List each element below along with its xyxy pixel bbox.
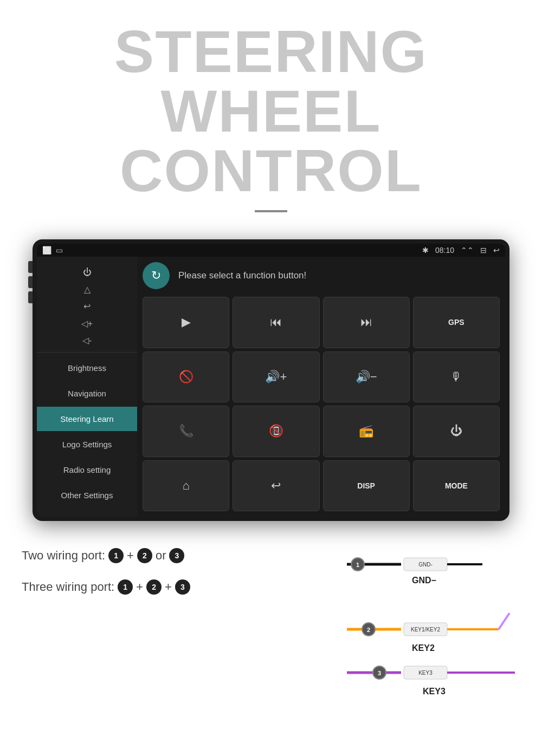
svg-line-13: [499, 613, 509, 629]
svg-text:KEY3: KEY3: [423, 687, 446, 696]
wiring-diagram-col: 1 GND- GND− 2 KEY1/KEY2 KEY2 3: [314, 548, 520, 711]
vol-down-icon[interactable]: ◁-: [42, 334, 132, 348]
next-button[interactable]: ⏭: [323, 297, 410, 348]
menu-item-steering-learn[interactable]: Steering Learn: [37, 407, 137, 431]
gps-button[interactable]: GPS: [413, 297, 500, 348]
side-buttons: [28, 261, 33, 303]
page-title: STEERING WHEEL CONTROL: [11, 22, 531, 200]
menu-item-other-settings[interactable]: Other Settings: [37, 483, 137, 507]
back-icon: ↩: [493, 246, 500, 255]
vol-up-icon[interactable]: ◁+: [42, 317, 132, 331]
badge-1b: 1: [118, 579, 133, 595]
three-port-label: Three wiring port:: [22, 580, 114, 594]
prev-button[interactable]: ⏮: [233, 297, 319, 348]
function-grid: ▶ ⏮ ⏭ GPS 🚫 🔊+ 🔊− 🎙 📞 📵 📻 ⏻ ⌂: [143, 297, 500, 511]
svg-text:1: 1: [356, 562, 359, 568]
call-button[interactable]: 📞: [143, 406, 229, 457]
status-bar-left: ⬜ ▭: [42, 246, 63, 255]
power-icon[interactable]: ⏻: [42, 265, 132, 279]
title-section: STEERING WHEEL CONTROL: [0, 0, 542, 239]
end-call-button[interactable]: 📵: [233, 406, 319, 457]
menu-item-radio-setting[interactable]: Radio setting: [37, 458, 137, 482]
home-small-icon[interactable]: △: [42, 283, 132, 297]
two-port-label: Two wiring port:: [22, 549, 105, 563]
back-button[interactable]: ↩: [233, 460, 319, 512]
title-divider: [255, 210, 287, 212]
top-bar-content: ↻ Please select a function button!: [143, 262, 500, 289]
svg-text:GND-: GND-: [418, 562, 433, 568]
sidebar: ⏻ △ ↩ ◁+ ◁- Brightness Navigation Steeri…: [37, 257, 137, 517]
play-button[interactable]: ▶: [143, 297, 229, 348]
badge-3a: 3: [169, 548, 184, 563]
side-button-1[interactable]: [28, 261, 33, 273]
badge-3b: 3: [175, 579, 190, 595]
disp-button[interactable]: DISP: [323, 460, 410, 512]
car-unit-device: ⬜ ▭ ✱ 08:10 ⌃⌃ ⊟ ↩ ⏻ △ ↩ ◁+ ◁-: [33, 239, 509, 521]
refresh-button[interactable]: ↻: [143, 262, 170, 289]
home-button[interactable]: ⌂: [143, 460, 229, 512]
sidebar-icon-group: ⏻ △ ↩ ◁+ ◁-: [37, 261, 137, 353]
wiring-diagram-svg: 1 GND- GND− 2 KEY1/KEY2 KEY2 3: [314, 548, 520, 711]
svg-text:KEY3: KEY3: [418, 670, 433, 676]
recent-icon: ▭: [56, 246, 63, 255]
wiring-line-two: Two wiring port: 1 + 2 or 3: [22, 548, 304, 563]
mic-button[interactable]: 🎙: [413, 351, 500, 403]
signal-icon: ⌃⌃: [461, 246, 474, 255]
menu-item-brightness[interactable]: Brightness: [37, 356, 137, 380]
badge-2b: 2: [146, 579, 162, 595]
side-button-2[interactable]: [28, 276, 33, 288]
side-button-3[interactable]: [28, 291, 33, 303]
status-bar: ⬜ ▭ ✱ 08:10 ⌃⌃ ⊟ ↩: [37, 244, 505, 257]
svg-text:KEY1/KEY2: KEY1/KEY2: [411, 627, 440, 633]
mute-button[interactable]: 🚫: [143, 351, 229, 403]
svg-text:KEY2: KEY2: [412, 643, 435, 653]
wiring-line-three: Three wiring port: 1 + 2 + 3: [22, 579, 304, 595]
badge-1a: 1: [108, 548, 124, 563]
status-bar-right: ✱ 08:10 ⌃⌃ ⊟ ↩: [422, 246, 500, 255]
device-screen: ⏻ △ ↩ ◁+ ◁- Brightness Navigation Steeri…: [37, 257, 505, 517]
menu-item-logo-settings[interactable]: Logo Settings: [37, 432, 137, 457]
svg-text:2: 2: [367, 627, 370, 633]
device-wrapper: ⬜ ▭ ✱ 08:10 ⌃⌃ ⊟ ↩ ⏻ △ ↩ ◁+ ◁-: [0, 239, 542, 521]
svg-text:GND−: GND−: [412, 576, 436, 585]
vol-up-button[interactable]: 🔊+: [233, 351, 319, 403]
svg-text:3: 3: [378, 670, 381, 676]
menu-item-navigation[interactable]: Navigation: [37, 381, 137, 406]
window-icon: ⊟: [480, 246, 487, 255]
home-icon: ⬜: [42, 246, 51, 255]
power-button[interactable]: ⏻: [413, 406, 500, 457]
vol-down-button[interactable]: 🔊−: [323, 351, 410, 403]
prompt-text: Please select a function button!: [178, 270, 306, 281]
wiring-text-col: Two wiring port: 1 + 2 or 3 Three wiring…: [22, 548, 304, 611]
main-content: ↻ Please select a function button! ▶ ⏮ ⏭…: [137, 257, 505, 517]
back-small-icon[interactable]: ↩: [42, 299, 132, 314]
wiring-section: Two wiring port: 1 + 2 or 3 Three wiring…: [0, 537, 542, 721]
time-display: 08:10: [435, 246, 454, 255]
radio-button[interactable]: 📻: [323, 406, 410, 457]
bluetooth-icon: ✱: [422, 246, 429, 255]
mode-button[interactable]: MODE: [413, 460, 500, 512]
badge-2a: 2: [137, 548, 152, 563]
